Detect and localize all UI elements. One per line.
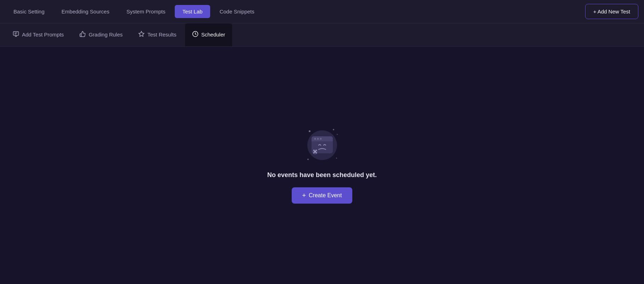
subtab-grading-rules[interactable]: Grading Rules <box>72 23 130 46</box>
subtab-scheduler[interactable]: Scheduler <box>185 23 233 46</box>
empty-state-message: No events have been scheduled yet. <box>267 171 377 179</box>
scheduler-icon <box>192 31 198 38</box>
add-new-test-button[interactable]: + Add New Test <box>585 4 638 19</box>
subtab-add-test-prompts[interactable]: Add Test Prompts <box>6 23 71 46</box>
empty-state-illustration <box>304 127 340 163</box>
empty-state-svg <box>304 127 340 163</box>
grading-rules-icon <box>79 31 86 38</box>
create-event-label: Create Event <box>309 192 342 199</box>
tab-test-lab[interactable]: Test Lab <box>175 5 211 18</box>
top-nav-tabs: Basic Setting Embedding Sources System P… <box>6 5 585 18</box>
subtab-test-results-label: Test Results <box>147 32 177 38</box>
tab-embedding-sources[interactable]: Embedding Sources <box>54 5 117 18</box>
svg-point-7 <box>314 138 316 140</box>
subtab-scheduler-label: Scheduler <box>201 32 225 38</box>
main-content: No events have been scheduled yet. + Cre… <box>0 47 644 284</box>
create-event-plus-icon: + <box>302 192 306 199</box>
tab-basic-setting[interactable]: Basic Setting <box>6 5 52 18</box>
svg-point-8 <box>317 138 319 140</box>
tab-code-snippets[interactable]: Code Snippets <box>212 5 262 18</box>
tab-system-prompts[interactable]: System Prompts <box>119 5 173 18</box>
subtab-grading-rules-label: Grading Rules <box>89 32 123 38</box>
create-event-button[interactable]: + Create Event <box>292 187 353 204</box>
subtab-test-results[interactable]: Test Results <box>131 23 184 46</box>
add-test-prompts-icon <box>13 31 19 38</box>
test-results-icon <box>138 31 145 38</box>
svg-rect-0 <box>13 32 19 35</box>
subtab-add-test-prompts-label: Add Test Prompts <box>22 32 64 38</box>
svg-marker-1 <box>139 31 144 36</box>
top-nav: Basic Setting Embedding Sources System P… <box>0 0 644 23</box>
sub-nav: Add Test Prompts Grading Rules Test Resu… <box>0 23 644 47</box>
svg-point-9 <box>320 138 321 140</box>
